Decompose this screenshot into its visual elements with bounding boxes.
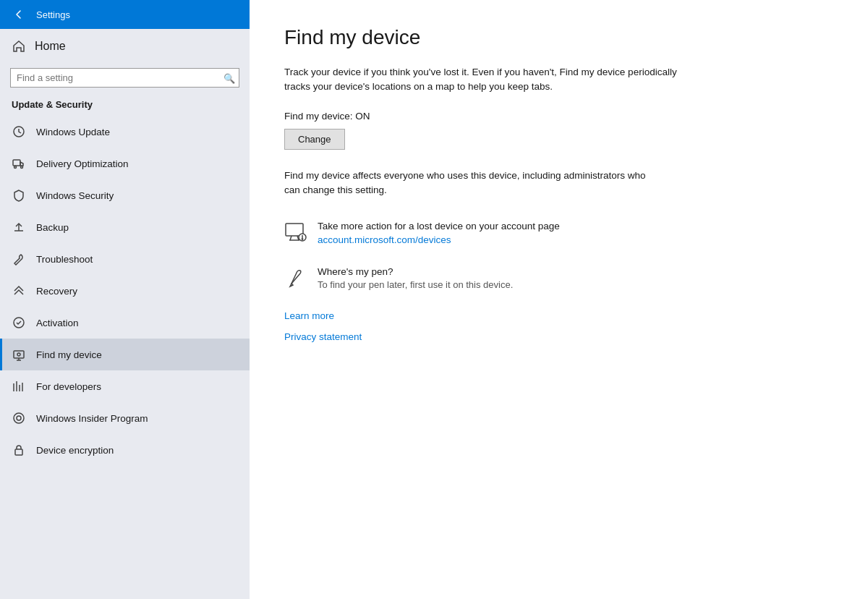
svg-rect-17: [15, 449, 22, 455]
svg-point-2: [14, 166, 17, 169]
sidebar-item-windows-insider[interactable]: Windows Insider Program: [0, 402, 250, 434]
sidebar-item-for-developers[interactable]: For developers: [0, 370, 250, 402]
search-wrap: 🔍: [10, 68, 239, 88]
title-bar: Settings: [0, 0, 250, 29]
pen-subtitle: To find your pen later, first use it on …: [318, 279, 513, 290]
back-button[interactable]: [9, 4, 29, 25]
section-title: Update & Security: [0, 95, 250, 116]
search-input[interactable]: [10, 68, 239, 88]
wrench-icon: [12, 252, 26, 266]
affects-text: Find my device affects everyone who uses…: [284, 169, 646, 198]
home-icon: [12, 39, 26, 54]
lost-device-content: Take more action for a lost device on yo…: [318, 221, 560, 246]
learn-more-link[interactable]: Learn more: [284, 310, 833, 321]
svg-line-19: [290, 236, 292, 240]
change-button[interactable]: Change: [284, 129, 345, 150]
insider-icon: [12, 411, 26, 425]
app-title: Settings: [36, 9, 70, 20]
svg-point-3: [21, 166, 23, 169]
nav-item-label: For developers: [36, 381, 101, 392]
lost-device-section: Take more action for a lost device on yo…: [284, 221, 833, 246]
dev-icon: [12, 379, 26, 394]
encryption-icon: [12, 443, 26, 457]
pen-icon: [284, 266, 307, 289]
find-icon: [12, 347, 26, 362]
delivery-icon: [12, 156, 26, 171]
lost-device-title: Take more action for a lost device on yo…: [318, 221, 560, 231]
sidebar-item-home[interactable]: Home: [0, 29, 250, 64]
nav-item-label: Windows Update: [36, 127, 110, 137]
sidebar-item-activation[interactable]: Activation: [0, 307, 250, 339]
nav-item-label: Recovery: [36, 286, 77, 297]
update-icon: [12, 124, 26, 139]
description: Track your device if you think you've lo…: [284, 65, 689, 95]
svg-point-16: [17, 416, 21, 420]
pen-title: Where's my pen?: [318, 266, 513, 277]
svg-rect-7: [14, 351, 24, 358]
sidebar-item-backup[interactable]: Backup: [0, 211, 250, 243]
privacy-statement-link[interactable]: Privacy statement: [284, 331, 833, 342]
sidebar-item-windows-security[interactable]: Windows Security: [0, 179, 250, 211]
nav-list: Windows UpdateDelivery OptimizationWindo…: [0, 116, 250, 466]
lost-device-link[interactable]: account.microsoft.com/devices: [318, 234, 451, 245]
sidebar-item-recovery[interactable]: Recovery: [0, 275, 250, 307]
home-label: Home: [35, 40, 66, 53]
svg-point-24: [302, 239, 302, 239]
nav-item-label: Device encryption: [36, 445, 114, 456]
status-line: Find my device: ON: [284, 111, 833, 122]
pen-content: Where's my pen? To find your pen later, …: [318, 266, 513, 290]
nav-item-label: Find my device: [36, 349, 102, 360]
monitor-icon: [284, 221, 307, 244]
page-title: Find my device: [284, 26, 833, 49]
nav-item-label: Windows Insider Program: [36, 413, 148, 424]
svg-point-15: [14, 413, 24, 423]
pen-section: Where's my pen? To find your pen later, …: [284, 266, 833, 290]
main-content: Find my device Track your device if you …: [250, 0, 868, 599]
sidebar-item-windows-update[interactable]: Windows Update: [0, 116, 250, 148]
svg-point-10: [17, 353, 20, 356]
activation-icon: [12, 315, 26, 330]
nav-item-label: Delivery Optimization: [36, 158, 129, 169]
sidebar-item-delivery-optimization[interactable]: Delivery Optimization: [0, 148, 250, 179]
backup-icon: [12, 220, 26, 234]
nav-item-label: Troubleshoot: [36, 254, 93, 265]
recovery-icon: [12, 284, 26, 298]
search-box-wrap: 🔍: [0, 64, 250, 95]
nav-item-label: Activation: [36, 318, 79, 328]
shield-icon: [12, 188, 26, 203]
sidebar-item-troubleshoot[interactable]: Troubleshoot: [0, 243, 250, 275]
nav-item-label: Windows Security: [36, 190, 114, 201]
svg-rect-1: [13, 160, 20, 166]
nav-item-label: Backup: [36, 222, 69, 233]
sidebar: Settings Home 🔍 Update & Security Window…: [0, 0, 250, 599]
sidebar-item-device-encryption[interactable]: Device encryption: [0, 434, 250, 466]
sidebar-item-find-device[interactable]: Find my device: [0, 339, 250, 370]
